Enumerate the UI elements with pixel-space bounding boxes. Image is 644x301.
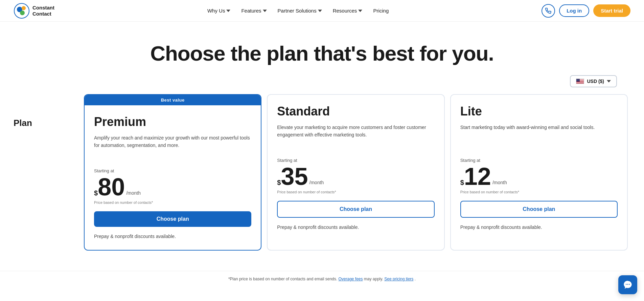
navbar: ConstantContact Why Us Features Partner … (0, 0, 644, 22)
svg-point-5 (627, 284, 628, 285)
start-trial-button[interactable]: Start trial (593, 4, 630, 17)
nav-features[interactable]: Features (241, 8, 267, 14)
standard-starting-at: Starting at (277, 158, 434, 163)
currency-label: USD ($) (587, 79, 604, 84)
svg-point-2 (22, 6, 26, 10)
nav-why-us[interactable]: Why Us (207, 8, 231, 14)
lite-price-row: $ 12 /month (460, 164, 618, 189)
plan-card-standard: Standard Elevate your marketing to acqui… (267, 94, 444, 251)
lite-choose-plan-button[interactable]: Choose plan (460, 201, 618, 218)
svg-point-6 (629, 284, 630, 285)
lite-price-note: Price based on number of contacts* (460, 190, 618, 194)
nav-links: Why Us Features Partner Solutions Resour… (54, 8, 542, 14)
phone-button[interactable] (542, 4, 555, 18)
currency-row: USD ($) (0, 75, 644, 94)
standard-discounts: Prepay & nonprofit discounts available. (277, 224, 434, 230)
lite-price-amount: 12 (464, 164, 491, 189)
plans-grid: Best value Premium Amplify your reach an… (81, 94, 630, 251)
plan-label-column: Plan (14, 94, 81, 128)
standard-price-period: /month (309, 180, 324, 189)
standard-price-amount: 35 (281, 164, 308, 189)
standard-plan-name: Standard (277, 104, 434, 119)
overage-fees-link[interactable]: Overage fees (338, 277, 363, 281)
standard-choose-plan-button[interactable]: Choose plan (277, 201, 434, 218)
premium-discounts: Prepay & nonprofit discounts available. (94, 234, 251, 239)
currency-selector[interactable]: USD ($) (570, 75, 617, 87)
lite-price-dollar: $ (460, 179, 464, 189)
premium-plan-name: Premium (94, 115, 251, 129)
lite-starting-at: Starting at (460, 158, 618, 163)
standard-price-row: $ 35 /month (277, 164, 434, 189)
nav-actions: Log in Start trial (542, 4, 630, 18)
standard-price-note: Price based on number of contacts* (277, 190, 434, 194)
plan-column-heading: Plan (14, 114, 81, 128)
best-value-badge: Best value (85, 95, 261, 105)
plan-card-lite: Lite Start marketing today with award-wi… (450, 94, 628, 251)
hero-title: Choose the plan that's best for you. (7, 42, 637, 65)
footer-note-text-middle: may apply. (364, 277, 383, 281)
premium-choose-plan-button[interactable]: Choose plan (94, 211, 251, 227)
flag-icon (576, 79, 584, 84)
footer-note-text-after: . (415, 277, 416, 281)
premium-price-row: $ 80 /month (94, 175, 251, 199)
nav-resources[interactable]: Resources (333, 8, 363, 14)
nav-partner-solutions[interactable]: Partner Solutions (278, 8, 322, 14)
premium-plan-desc: Amplify your reach and maximize your gro… (94, 134, 251, 159)
lite-discounts: Prepay & nonprofit discounts available. (460, 224, 618, 230)
premium-price-period: /month (126, 190, 141, 199)
premium-price-dollar: $ (94, 190, 98, 199)
standard-plan-desc: Elevate your marketing to acquire more c… (277, 124, 434, 148)
footer-note-text-before: *Plan price is based on number of contac… (228, 277, 337, 281)
premium-starting-at: Starting at (94, 168, 251, 173)
logo[interactable]: ConstantContact (14, 3, 54, 19)
logo-text: ConstantContact (32, 5, 54, 17)
nav-pricing[interactable]: Pricing (373, 8, 389, 14)
plan-card-premium: Best value Premium Amplify your reach an… (84, 94, 261, 251)
premium-price-amount: 80 (98, 175, 125, 199)
lite-plan-name: Lite (460, 104, 618, 119)
chat-widget-button[interactable] (618, 275, 637, 294)
plans-section: Plan Best value Premium Amplify your rea… (0, 94, 644, 271)
see-pricing-tiers-link[interactable]: See pricing tiers (384, 277, 413, 281)
login-button[interactable]: Log in (559, 4, 589, 17)
hero-section: Choose the plan that's best for you. (0, 22, 644, 75)
svg-point-3 (20, 10, 25, 15)
lite-price-period: /month (492, 180, 507, 189)
premium-price-note: Price based on number of contacts* (94, 200, 251, 205)
svg-point-4 (626, 284, 627, 285)
lite-plan-desc: Start marketing today with award-winning… (460, 124, 618, 148)
standard-price-dollar: $ (277, 179, 281, 189)
footer-note: *Plan price is based on number of contac… (0, 271, 644, 288)
